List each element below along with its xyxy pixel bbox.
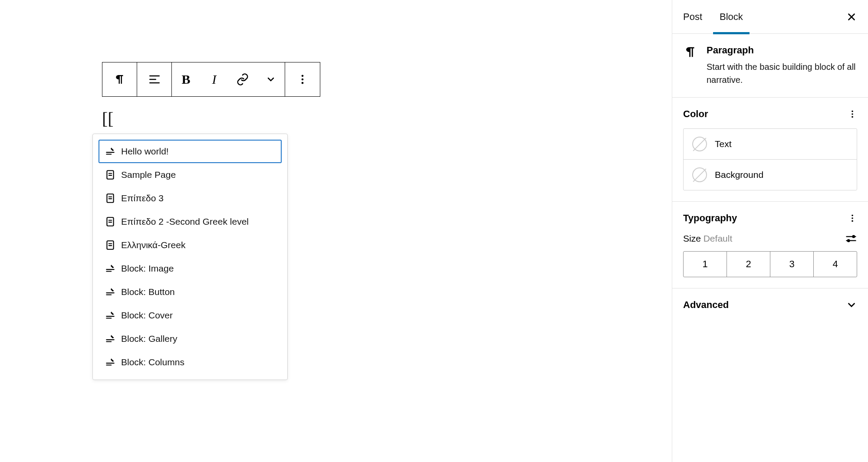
- tab-block[interactable]: Block: [720, 0, 743, 34]
- format-group: B I: [172, 62, 285, 96]
- post-icon: [105, 310, 116, 321]
- more-format-button[interactable]: [256, 62, 285, 96]
- svg-point-11: [852, 217, 853, 219]
- autocomplete-label: Ελληνικά-Greek: [121, 240, 185, 250]
- background-color-button[interactable]: Background: [684, 160, 857, 190]
- autocomplete-label: Sample Page: [121, 170, 176, 180]
- size-option-3[interactable]: 3: [770, 252, 814, 277]
- autocomplete-label: Επίπεδο 3: [121, 193, 164, 203]
- svg-point-10: [852, 215, 853, 216]
- block-desc-text: Start with the basic building block of a…: [707, 60, 857, 86]
- more-vertical-icon: [848, 213, 857, 223]
- svg-point-12: [852, 220, 853, 222]
- close-sidebar-button[interactable]: [846, 11, 857, 23]
- autocomplete-label: Επίπεδο 2 -Second Greek level: [121, 216, 249, 227]
- more-vertical-icon: [848, 109, 857, 119]
- autocomplete-option[interactable]: Block: Gallery: [99, 327, 282, 351]
- close-icon: [846, 11, 857, 23]
- block-name: Paragraph: [707, 45, 857, 56]
- typography-heading: Typography: [683, 213, 737, 224]
- advanced-label: Advanced: [683, 299, 729, 311]
- post-icon: [105, 146, 116, 157]
- autocomplete-label: Block: Cover: [121, 310, 173, 321]
- autocomplete-option[interactable]: Hello world!: [99, 140, 282, 163]
- page-icon: [105, 193, 116, 204]
- svg-point-2: [302, 82, 304, 84]
- autocomplete-option[interactable]: Block: Columns: [99, 351, 282, 374]
- svg-point-7: [852, 111, 853, 112]
- size-label: Size: [683, 233, 701, 243]
- autocomplete-popover: Hello world! Sample Page Επίπεδο 3 Επίπε…: [92, 134, 288, 380]
- autocomplete-label: Block: Image: [121, 263, 174, 274]
- page-icon: [105, 239, 116, 251]
- svg-point-8: [852, 113, 853, 115]
- svg-point-14: [847, 239, 850, 242]
- typography-panel-menu[interactable]: [848, 213, 857, 223]
- italic-button[interactable]: I: [200, 62, 228, 96]
- size-default-label: Default: [704, 233, 733, 243]
- empty-swatch-icon: [692, 167, 707, 182]
- paragraph-icon: [113, 73, 126, 86]
- svg-point-13: [852, 235, 855, 238]
- autocomplete-option[interactable]: Block: Button: [99, 280, 282, 304]
- chevron-down-icon: [846, 299, 857, 311]
- block-type-button[interactable]: [102, 62, 137, 96]
- post-icon: [105, 333, 116, 344]
- page-icon: [105, 169, 116, 180]
- autocomplete-option[interactable]: Sample Page: [99, 163, 282, 187]
- align-left-icon: [148, 72, 161, 86]
- sidebar-tabs: Post Block: [672, 0, 868, 34]
- font-size-segments: 1 2 3 4: [683, 251, 857, 277]
- size-option-4[interactable]: 4: [814, 252, 857, 277]
- tab-post[interactable]: Post: [683, 0, 702, 34]
- text-color-button[interactable]: Text: [684, 129, 857, 160]
- align-button[interactable]: [137, 62, 172, 96]
- color-panel: Color Text Background: [672, 98, 868, 202]
- bold-icon: B: [181, 72, 190, 87]
- post-icon: [105, 357, 116, 368]
- typography-panel: Typography Size Default 1 2 3 4: [672, 202, 868, 288]
- autocomplete-option[interactable]: Επίπεδο 2 -Second Greek level: [99, 210, 282, 233]
- inspector-sidebar: Post Block Paragraph Start with the basi…: [672, 0, 868, 462]
- advanced-panel-toggle[interactable]: Advanced: [672, 288, 868, 321]
- custom-size-button[interactable]: [845, 233, 857, 245]
- post-icon: [105, 286, 116, 298]
- svg-point-0: [302, 75, 304, 77]
- autocomplete-option[interactable]: Ελληνικά-Greek: [99, 233, 282, 257]
- svg-point-9: [852, 116, 853, 118]
- autocomplete-label: Block: Gallery: [121, 334, 178, 344]
- sliders-icon: [845, 233, 857, 245]
- size-option-1[interactable]: 1: [684, 252, 727, 277]
- link-button[interactable]: [228, 62, 256, 96]
- block-toolbar: B I: [102, 62, 320, 97]
- autocomplete-option[interactable]: Block: Cover: [99, 304, 282, 327]
- svg-point-1: [302, 79, 304, 81]
- block-options-button[interactable]: [285, 62, 320, 96]
- link-icon: [236, 73, 249, 86]
- text-color-label: Text: [715, 139, 732, 149]
- color-heading: Color: [683, 108, 708, 120]
- autocomplete-label: Block: Button: [121, 287, 175, 297]
- autocomplete-option[interactable]: Block: Image: [99, 257, 282, 280]
- italic-icon: I: [212, 72, 217, 87]
- background-color-label: Background: [715, 170, 763, 180]
- more-vertical-icon: [296, 73, 309, 85]
- paragraph-content[interactable]: [[: [102, 108, 114, 129]
- paragraph-icon: [683, 45, 698, 86]
- block-description: Paragraph Start with the basic building …: [672, 34, 868, 98]
- chevron-down-icon: [266, 74, 276, 85]
- bold-button[interactable]: B: [172, 62, 200, 96]
- page-icon: [105, 216, 116, 227]
- color-panel-menu[interactable]: [848, 109, 857, 119]
- autocomplete-label: Block: Columns: [121, 357, 184, 367]
- autocomplete-label: Hello world!: [121, 146, 169, 157]
- post-icon: [105, 263, 116, 274]
- autocomplete-option[interactable]: Επίπεδο 3: [99, 187, 282, 210]
- size-option-2[interactable]: 2: [727, 252, 770, 277]
- empty-swatch-icon: [692, 137, 707, 151]
